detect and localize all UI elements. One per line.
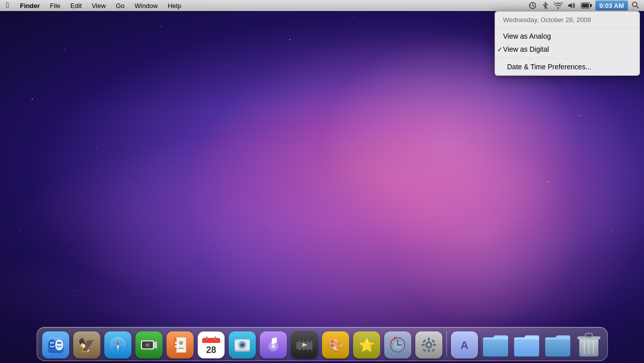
dropdown-date: Wednesday, October 28, 2009 bbox=[495, 14, 639, 28]
svg-rect-48 bbox=[300, 340, 303, 342]
dock-icon-calendar[interactable]: 28 bbox=[197, 329, 226, 358]
bluetooth-status-icon[interactable] bbox=[540, 2, 550, 10]
svg-rect-66 bbox=[433, 344, 436, 346]
dock-icon-photos[interactable]: 🎨 bbox=[321, 329, 350, 358]
svg-rect-74 bbox=[585, 333, 592, 337]
dock-icon-folder3[interactable] bbox=[543, 329, 572, 358]
svg-point-14 bbox=[59, 342, 61, 344]
go-menu[interactable]: Go bbox=[111, 0, 129, 11]
svg-rect-68 bbox=[431, 339, 435, 343]
svg-text:28: 28 bbox=[206, 345, 216, 355]
svg-rect-3 bbox=[582, 4, 589, 8]
dock-icon-iphoto[interactable] bbox=[228, 329, 257, 358]
dock-icon-safari[interactable] bbox=[103, 329, 132, 358]
svg-rect-29 bbox=[175, 345, 177, 347]
svg-point-30 bbox=[179, 341, 183, 345]
dock-icon-itunes[interactable] bbox=[259, 329, 288, 358]
edit-menu[interactable]: Edit bbox=[66, 0, 87, 11]
svg-text:A: A bbox=[460, 339, 468, 351]
view-menu[interactable]: View bbox=[87, 0, 111, 11]
menubar-right: 9:03 AM bbox=[527, 1, 644, 11]
wifi-status-icon[interactable] bbox=[552, 2, 564, 9]
svg-rect-47 bbox=[296, 340, 299, 342]
dock-icon-appstore[interactable]: A bbox=[450, 329, 479, 358]
svg-rect-35 bbox=[206, 336, 208, 340]
svg-point-11 bbox=[51, 343, 52, 344]
clock-button[interactable]: 9:03 AM bbox=[595, 1, 628, 11]
svg-point-13 bbox=[57, 342, 59, 344]
svg-rect-28 bbox=[175, 342, 177, 344]
svg-rect-52 bbox=[300, 349, 303, 350]
svg-rect-33 bbox=[202, 341, 220, 343]
svg-rect-36 bbox=[215, 336, 216, 340]
svg-point-62 bbox=[427, 343, 430, 346]
svg-rect-69 bbox=[422, 348, 426, 352]
dock-icon-syspref[interactable] bbox=[414, 329, 443, 358]
file-menu[interactable]: File bbox=[45, 0, 66, 11]
svg-rect-51 bbox=[296, 349, 299, 350]
dock-icon-rewind[interactable]: ⭐ bbox=[352, 329, 381, 358]
time-machine-status-icon[interactable] bbox=[527, 2, 538, 10]
svg-rect-67 bbox=[422, 339, 426, 343]
svg-rect-65 bbox=[421, 344, 425, 346]
dock-container: 🦅 bbox=[0, 327, 644, 363]
svg-point-25 bbox=[146, 344, 148, 346]
svg-rect-63 bbox=[428, 337, 430, 341]
dock-icon-addressbook[interactable] bbox=[166, 329, 195, 358]
dropdown-divider bbox=[495, 58, 639, 58]
clock-dropdown-menu: Wednesday, October 28, 2009 View as Anal… bbox=[495, 11, 640, 76]
spotlight-search-button[interactable] bbox=[630, 2, 641, 10]
dock: 🦅 bbox=[37, 327, 608, 361]
apple-menu[interactable]:  bbox=[0, 0, 15, 11]
dock-icon-imovie[interactable] bbox=[290, 329, 319, 358]
svg-marker-22 bbox=[154, 341, 157, 349]
dock-icon-eagle[interactable]: 🦅 bbox=[72, 329, 101, 358]
finder-menu[interactable]: Finder bbox=[15, 0, 45, 11]
dock-icon-folder2[interactable] bbox=[512, 329, 541, 358]
dock-separator bbox=[446, 331, 447, 356]
svg-rect-53 bbox=[304, 349, 307, 350]
svg-point-8 bbox=[55, 339, 63, 350]
dock-icon-facetime[interactable] bbox=[134, 329, 164, 358]
svg-point-45 bbox=[272, 346, 274, 347]
svg-rect-54 bbox=[308, 349, 311, 350]
volume-status-icon[interactable] bbox=[566, 2, 577, 9]
help-menu[interactable]: Help bbox=[163, 0, 186, 11]
dock-icon-timemachine[interactable] bbox=[383, 329, 412, 358]
svg-rect-64 bbox=[428, 349, 430, 352]
svg-rect-42 bbox=[235, 349, 250, 351]
menubar:  Finder File Edit View Go Window Help bbox=[0, 0, 644, 11]
svg-line-5 bbox=[636, 6, 638, 8]
dock-icon-finder[interactable] bbox=[41, 329, 70, 358]
svg-rect-2 bbox=[590, 4, 592, 7]
svg-point-12 bbox=[53, 343, 54, 344]
view-as-digital-item[interactable]: View as Digital bbox=[495, 43, 639, 56]
window-menu[interactable]: Window bbox=[129, 0, 163, 11]
menubar-left:  Finder File Edit View Go Window Help bbox=[0, 0, 527, 11]
dock-icon-folder1[interactable] bbox=[481, 329, 510, 358]
svg-rect-27 bbox=[174, 337, 177, 352]
date-time-preferences-item[interactable]: Date & Time Preferences... bbox=[495, 60, 639, 73]
svg-rect-70 bbox=[431, 348, 435, 352]
svg-point-7 bbox=[48, 339, 56, 350]
svg-point-41 bbox=[241, 343, 242, 344]
view-as-analog-item[interactable]: View as Analog bbox=[495, 30, 639, 43]
svg-rect-50 bbox=[308, 340, 311, 342]
dock-icon-trash[interactable] bbox=[574, 329, 603, 358]
battery-status-icon[interactable] bbox=[579, 3, 593, 9]
svg-rect-49 bbox=[304, 340, 307, 342]
